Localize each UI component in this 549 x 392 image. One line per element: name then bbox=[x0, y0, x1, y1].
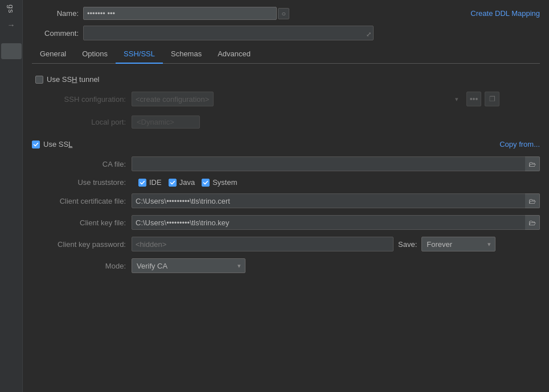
use-ssh-label: Use SSH tunnel bbox=[47, 75, 100, 84]
name-input-wrap: ○ bbox=[83, 7, 464, 20]
use-truststore-label: Use truststore: bbox=[32, 178, 132, 187]
client-cert-row: Client certificate file: 🗁 bbox=[32, 193, 540, 208]
save-select-wrap: Forever Until restart Never bbox=[421, 237, 495, 251]
client-cert-label: Client certificate file: bbox=[32, 197, 132, 205]
mode-row: Mode: Verify CA Full Require Disable bbox=[32, 258, 540, 273]
sidebar-label: gs bbox=[7, 5, 15, 14]
truststore-system-label: System bbox=[212, 178, 237, 187]
client-cert-browse-button[interactable]: 🗁 bbox=[525, 193, 540, 208]
comment-input[interactable] bbox=[83, 26, 374, 40]
name-clear-button[interactable]: ○ bbox=[278, 8, 289, 19]
name-label: Name: bbox=[32, 9, 83, 18]
comment-label: Comment: bbox=[32, 29, 83, 38]
truststore-java-label: Java bbox=[179, 178, 195, 187]
ca-file-input-wrap: 🗁 bbox=[132, 156, 540, 171]
client-cert-input[interactable] bbox=[132, 193, 540, 208]
ssh-config-more-button[interactable]: ••• bbox=[466, 92, 481, 106]
mode-select[interactable]: Verify CA Full Require Disable bbox=[132, 258, 245, 273]
ssh-config-label: SSH configuration: bbox=[32, 95, 132, 104]
use-truststore-row: Use truststore: IDE Java Sys bbox=[32, 178, 540, 187]
truststore-system-checkbox[interactable] bbox=[202, 179, 210, 187]
client-key-label: Client key file: bbox=[32, 218, 132, 227]
client-key-row: Client key file: 🗁 bbox=[32, 215, 540, 230]
client-key-input-wrap: 🗁 bbox=[132, 215, 540, 230]
ssh-config-row: SSH configuration: <create configuration… bbox=[32, 92, 540, 106]
name-row: Name: ○ Create DDL Mapping bbox=[32, 7, 540, 20]
truststore-system-option: System bbox=[202, 178, 237, 187]
ssh-tunnel-row: Use SSH tunnel bbox=[32, 75, 540, 84]
local-port-input[interactable] bbox=[132, 115, 200, 129]
tab-advanced[interactable]: Advanced bbox=[210, 46, 259, 64]
mode-label: Mode: bbox=[32, 262, 132, 270]
use-ssl-checkbox[interactable] bbox=[32, 141, 40, 148]
truststore-ide-checkbox[interactable] bbox=[138, 179, 146, 187]
create-ddl-link[interactable]: Create DDL Mapping bbox=[470, 9, 540, 18]
expand-icon[interactable]: ⤢ bbox=[366, 31, 371, 38]
truststore-ide-label: IDE bbox=[149, 178, 162, 187]
tabs: General Options SSH/SSL Schemas Advanced bbox=[32, 46, 540, 64]
comment-input-wrap: ⤢ bbox=[83, 26, 374, 40]
use-ssh-checkbox[interactable] bbox=[35, 76, 43, 84]
save-label: Save: bbox=[394, 240, 421, 249]
name-input[interactable] bbox=[83, 7, 277, 20]
clear-icon: ○ bbox=[281, 10, 285, 18]
truststore-java-option: Java bbox=[169, 178, 195, 187]
ca-file-browse-button[interactable]: 🗁 bbox=[525, 156, 540, 171]
client-key-password-row: Client key password: Save: Forever Until… bbox=[32, 237, 540, 251]
tab-schemas[interactable]: Schemas bbox=[163, 46, 210, 64]
ca-file-row: CA file: 🗁 bbox=[32, 156, 540, 171]
ca-file-label: CA file: bbox=[32, 160, 132, 168]
sidebar-arrow[interactable]: → bbox=[5, 18, 18, 32]
client-key-password-label: Client key password: bbox=[32, 240, 132, 249]
ca-file-input[interactable] bbox=[132, 156, 540, 171]
ssh-config-select[interactable]: <create configuration> bbox=[132, 92, 214, 106]
save-select[interactable]: Forever Until restart Never bbox=[421, 237, 495, 251]
client-key-input[interactable] bbox=[132, 215, 540, 230]
tab-options[interactable]: Options bbox=[74, 46, 116, 64]
local-port-label: Local port: bbox=[32, 118, 132, 126]
ssh-config-copy-button[interactable]: ❐ bbox=[485, 92, 499, 106]
truststore-ide-option: IDE bbox=[138, 178, 162, 187]
client-key-browse-button[interactable]: 🗁 bbox=[525, 215, 540, 230]
tab-general[interactable]: General bbox=[32, 46, 74, 64]
truststore-java-checkbox[interactable] bbox=[169, 179, 177, 187]
local-port-row: Local port: bbox=[32, 115, 540, 129]
main-content: Name: ○ Create DDL Mapping Comment: ⤢ Ge… bbox=[23, 0, 549, 392]
ssh-config-select-wrap: <create configuration> ••• ❐ bbox=[132, 92, 540, 106]
sidebar: gs → bbox=[0, 0, 23, 392]
comment-row: Comment: ⤢ bbox=[32, 26, 540, 40]
client-key-password-input[interactable] bbox=[132, 237, 394, 251]
client-cert-input-wrap: 🗁 bbox=[132, 193, 540, 208]
ssh-config-select-container: <create configuration> bbox=[132, 92, 462, 106]
copy-from-link[interactable]: Copy from... bbox=[499, 140, 540, 148]
mode-select-wrap: Verify CA Full Require Disable bbox=[132, 258, 245, 273]
use-ssl-label: Use SSL bbox=[43, 140, 72, 148]
sidebar-active-item[interactable] bbox=[1, 43, 22, 59]
ssl-row: Use SSL Copy from... bbox=[32, 140, 540, 148]
tab-ssh-ssl[interactable]: SSH/SSL bbox=[116, 46, 163, 64]
